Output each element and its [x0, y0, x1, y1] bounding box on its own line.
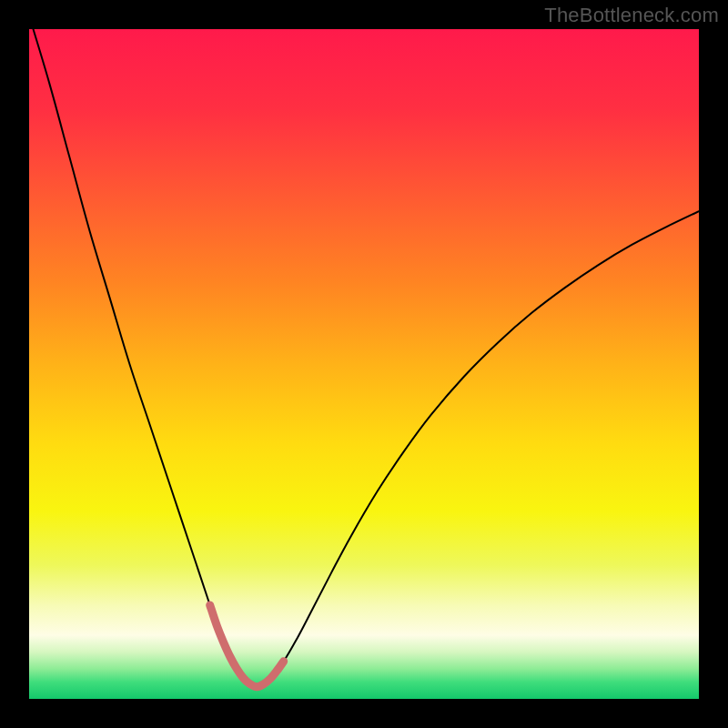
chart-svg	[29, 29, 699, 699]
watermark-text: TheBottleneck.com	[544, 4, 719, 27]
plot-area	[29, 29, 699, 699]
chart-frame: TheBottleneck.com	[0, 0, 728, 728]
